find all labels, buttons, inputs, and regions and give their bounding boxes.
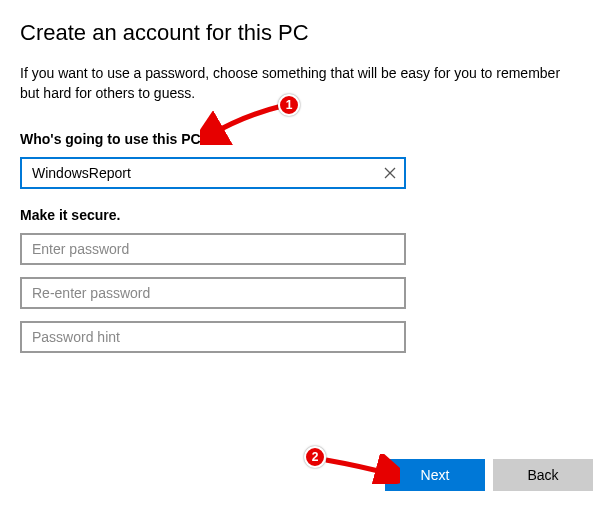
reenter-password-input-wrap: [20, 277, 406, 309]
annotation-arrow-2: [320, 454, 400, 484]
annotation-badge-1: 1: [278, 94, 300, 116]
button-bar: Next Back: [385, 459, 593, 491]
username-input-wrap: [20, 157, 406, 189]
annotation-badge-2: 2: [304, 446, 326, 468]
back-button[interactable]: Back: [493, 459, 593, 491]
password-input-wrap: [20, 233, 406, 265]
page-title: Create an account for this PC: [20, 20, 593, 46]
annotation-arrow-1: [200, 100, 290, 145]
clear-icon[interactable]: [382, 165, 398, 181]
page-description: If you want to use a password, choose so…: [20, 64, 580, 103]
username-section: Who's going to use this PC?: [20, 131, 593, 189]
x-icon: [382, 165, 398, 181]
username-input[interactable]: [20, 157, 406, 189]
password-hint-input-wrap: [20, 321, 406, 353]
password-hint-input[interactable]: [20, 321, 406, 353]
reenter-password-input[interactable]: [20, 277, 406, 309]
secure-section-label: Make it secure.: [20, 207, 593, 223]
next-button[interactable]: Next: [385, 459, 485, 491]
username-section-label: Who's going to use this PC?: [20, 131, 593, 147]
secure-section: Make it secure.: [20, 207, 593, 353]
password-input[interactable]: [20, 233, 406, 265]
